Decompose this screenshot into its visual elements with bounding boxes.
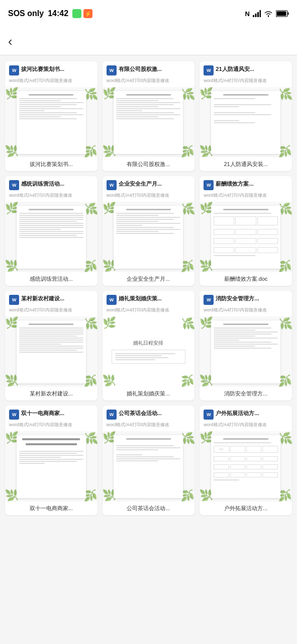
paper-preview [211,91,280,154]
paper-preview [17,206,86,269]
status-bar: SOS only 14:42 ⚡ N [0,0,297,27]
doc-card[interactable]: W薪酬绩效方案...word格式/A4打印/内容随意修改🌿🌿🌿🌿 [200,176,292,286]
plant-decoration: 🌿 [103,316,116,330]
plant-decoration: 🌿 [84,431,97,445]
word-icon: W [107,410,117,420]
doc-card-subtitle: word格式/A4打印/内容随意修改 [200,422,292,431]
doc-card-header: W企业安全生产月... [103,176,195,192]
doc-card-footer-label: 某村新农村建设... [5,387,97,400]
time-text: 14:42 [48,9,68,18]
word-icon: W [107,65,117,75]
word-icon: W [9,180,19,190]
plant-decoration: 🌿 [84,144,97,157]
doc-card-footer-label: 感统训练营活动... [5,272,97,286]
doc-card-footer-label: 公司茶话会活动... [103,502,195,515]
plant-decoration: 🌿 [278,374,292,387]
plant-decoration: 🌿 [84,374,97,387]
word-icon: W [204,180,214,190]
doc-card[interactable]: W拔河比赛策划书...word格式/A4打印/内容随意修改🌿🌿🌿🌿 拔河比赛策划… [5,61,97,171]
word-icon: W [204,295,214,305]
doc-card-footer-label: 户外拓展活动方... [200,502,292,515]
wifi-icon [264,10,273,17]
status-app-icons: ⚡ [72,9,92,18]
paper-preview [17,91,86,154]
doc-card-header: W公司茶话会活动... [103,406,195,422]
status-right: N [245,10,289,18]
nav-bar: ‹ [0,27,297,55]
doc-card-subtitle: word格式/A4打印/内容随意修改 [5,307,97,316]
status-left: SOS only 14:42 ⚡ [8,9,92,18]
word-icon: W [107,180,117,190]
plant-decoration: 🌿 [181,489,194,502]
doc-card[interactable]: W婚礼策划婚庆策...word格式/A4打印/内容随意修改🌿🌿🌿🌿 婚礼日程安排… [103,291,195,400]
doc-card[interactable]: W有限公司股权激...word格式/A4打印/内容随意修改🌿🌿🌿🌿 有限公司股权… [103,61,195,171]
plant-decoration: 🌿 [84,202,97,215]
doc-card-footer-label: 有限公司股权激... [103,157,195,171]
doc-card[interactable]: W双十一电商商家...word格式/A4打印/内容随意修改🌿🌿🌿🌿 双十一电商商… [5,406,97,515]
plant-decoration: 🌿 [181,202,194,215]
doc-card-subtitle: word格式/A4打印/内容随意修改 [5,77,97,87]
word-icon: W [204,65,214,75]
doc-card-header: W双十一电商商家... [5,406,97,422]
svg-rect-0 [253,15,254,17]
doc-card-title: 婚礼策划婚庆策... [119,295,191,302]
doc-card[interactable]: W户外拓展活动方...word格式/A4打印/内容随意修改🌿🌿🌿🌿 列1 [200,406,292,515]
doc-card-header: W薪酬绩效方案... [200,176,292,192]
wedding-doc-title: 婚礼日程安排 [133,340,163,347]
plant-decoration: 🌿 [279,316,292,330]
doc-card-title: 21人防通风安... [216,65,288,72]
doc-card[interactable]: W公司茶话会活动...word格式/A4打印/内容随意修改🌿🌿🌿🌿 公司茶话会活… [103,406,195,515]
carrier-text: SOS only [8,9,44,18]
doc-card-title: 双十一电商商家... [21,410,93,417]
doc-card-header: W某村新农村建设... [5,291,97,307]
doc-card[interactable]: W消防安全管理方...word格式/A4打印/内容随意修改🌿🌿🌿🌿 消防安全管理… [200,291,292,400]
back-button[interactable]: ‹ [8,33,17,50]
plant-decoration: 🌿 [279,87,292,101]
doc-card-footer-label: 企业安全生产月... [103,272,195,286]
doc-card-header: W户外拓展活动方... [200,406,292,422]
paper-preview [17,435,86,498]
doc-card-title: 感统训练营活动... [21,180,93,187]
paper-preview [114,206,183,269]
doc-card[interactable]: W企业安全生产月...word格式/A4打印/内容随意修改🌿🌿🌿🌿 企业安全生产… [103,176,195,286]
doc-card[interactable]: W感统训练营活动...word格式/A4打印/内容随意修改🌿🌿🌿🌿 感统训练营活… [5,176,97,286]
word-icon: W [9,65,19,75]
doc-card-subtitle: word格式/A4打印/内容随意修改 [5,192,97,202]
word-icon: W [107,295,117,305]
doc-card-footer-label: 21人防通风安装... [200,157,292,171]
doc-card-subtitle: word格式/A4打印/内容随意修改 [103,307,195,316]
plant-decoration: 🌿 [278,489,292,502]
plant-decoration: 🌿 [278,259,292,272]
wedding-box [112,350,185,364]
doc-card[interactable]: W21人防通风安...word格式/A4打印/内容随意修改🌿🌿🌿🌿 21人防通风… [200,61,292,171]
svg-rect-3 [260,10,261,17]
doc-card-header: W21人防通风安... [200,61,292,77]
signal-icon [253,10,261,17]
plant-decoration: 🌿 [84,259,97,272]
paper-preview [114,435,183,498]
plant-decoration: 🌿 [181,144,194,157]
plant-decoration: 🌿 [84,489,97,502]
plant-decoration: 🌿 [181,316,194,330]
doc-card-footer-label: 拔河比赛策划书... [5,157,97,171]
doc-card-subtitle: word格式/A4打印/内容随意修改 [103,77,195,87]
doc-card-title: 户外拓展活动方... [216,410,288,417]
svg-rect-5 [277,12,286,16]
word-icon: W [204,410,214,420]
doc-card-title: 拔河比赛策划书... [21,65,93,72]
doc-card-footer-label: 薪酬绩效方案.doc [200,272,292,286]
doc-card-subtitle: word格式/A4打印/内容随意修改 [200,77,292,87]
doc-card[interactable]: W某村新农村建设...word格式/A4打印/内容随意修改🌿🌿🌿🌿 某村新农村建… [5,291,97,400]
doc-card-header: W消防安全管理方... [200,291,292,307]
doc-card-subtitle: word格式/A4打印/内容随意修改 [200,192,292,202]
doc-card-header: W婚礼策划婚庆策... [103,291,195,307]
plant-decoration: 🌿 [279,431,292,445]
doc-card-title: 有限公司股权激... [119,65,191,72]
doc-card-subtitle: word格式/A4打印/内容随意修改 [200,307,292,316]
plant-decoration: 🌿 [181,374,194,387]
doc-card-header: W拔河比赛策划书... [5,61,97,77]
app-icon-1 [72,9,81,18]
app-icon-2: ⚡ [83,9,92,18]
svg-rect-2 [257,12,259,17]
plant-decoration: 🌿 [84,87,97,101]
